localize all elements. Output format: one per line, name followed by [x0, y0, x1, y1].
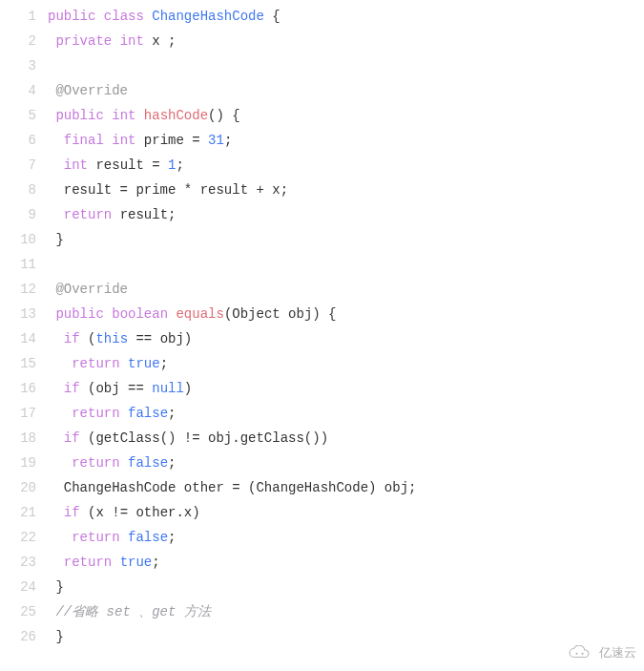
code-line: 12 @Override: [0, 277, 644, 302]
watermark-text: 亿速云: [599, 640, 636, 653]
code-content: public boolean equals(Object obj) {: [48, 302, 337, 326]
code-content: return false;: [48, 525, 176, 550]
code-line: 25 //省略 set 、get 方法: [0, 599, 644, 624]
code-line: 1public class ChangeHashCode {: [0, 4, 644, 29]
line-number: 22: [0, 525, 48, 550]
code-content: return true;: [48, 351, 168, 376]
line-number: 10: [0, 227, 48, 252]
code-content: public int hashCode() {: [48, 103, 240, 128]
code-content: @Override: [48, 78, 128, 103]
code-content: return false;: [48, 401, 176, 426]
line-number: 11: [0, 252, 48, 277]
line-number: 24: [0, 575, 48, 599]
code-line: 8 result = prime * result + x;: [0, 178, 644, 202]
line-number: 8: [0, 178, 48, 202]
line-number: 18: [0, 426, 48, 451]
code-line: 14 if (this == obj): [0, 326, 644, 351]
code-line: 16 if (obj == null): [0, 376, 644, 401]
code-line: 26 }: [0, 624, 644, 649]
code-content: result = prime * result + x;: [48, 178, 288, 202]
code-content: return false;: [48, 451, 176, 475]
code-line: 6 final int prime = 31;: [0, 128, 644, 153]
code-content: @Override: [48, 277, 128, 302]
code-line: 18 if (getClass() != obj.getClass()): [0, 426, 644, 451]
code-line: 11: [0, 252, 644, 277]
code-content: if (obj == null): [48, 376, 192, 401]
code-content: }: [48, 575, 64, 599]
line-number: 1: [0, 4, 48, 29]
cloud-icon: [567, 645, 595, 653]
code-content: return result;: [48, 202, 176, 227]
line-number: 17: [0, 401, 48, 426]
line-number: 2: [0, 29, 48, 53]
watermark: 亿速云: [567, 640, 636, 653]
code-editor: 1public class ChangeHashCode {2 private …: [0, 0, 644, 653]
line-number: 19: [0, 451, 48, 475]
line-number: 6: [0, 128, 48, 153]
code-line: 15 return true;: [0, 351, 644, 376]
line-number: 9: [0, 202, 48, 227]
code-content: public class ChangeHashCode {: [48, 4, 280, 29]
line-number: 14: [0, 326, 48, 351]
code-line: 20 ChangeHashCode other = (ChangeHashCod…: [0, 475, 644, 500]
code-line: 4 @Override: [0, 78, 644, 103]
line-number: 20: [0, 475, 48, 500]
line-number: 26: [0, 624, 48, 649]
line-number: 13: [0, 302, 48, 326]
code-line: 13 public boolean equals(Object obj) {: [0, 302, 644, 326]
code-line: 2 private int x ;: [0, 29, 644, 53]
line-number: 4: [0, 78, 48, 103]
code-content: if (x != other.x): [48, 500, 200, 525]
line-number: 5: [0, 103, 48, 128]
line-number: 25: [0, 599, 48, 624]
code-content: }: [48, 624, 64, 649]
code-content: }: [48, 227, 64, 252]
line-number: 21: [0, 500, 48, 525]
code-line: 3: [0, 53, 644, 78]
code-content: if (getClass() != obj.getClass()): [48, 426, 328, 451]
code-line: 5 public int hashCode() {: [0, 103, 644, 128]
code-content: ChangeHashCode other = (ChangeHashCode) …: [48, 475, 416, 500]
code-line: 22 return false;: [0, 525, 644, 550]
code-line: 7 int result = 1;: [0, 153, 644, 178]
code-line: 21 if (x != other.x): [0, 500, 644, 525]
code-content: private int x ;: [48, 29, 176, 53]
line-number: 7: [0, 153, 48, 178]
line-number: 3: [0, 53, 48, 78]
code-line: 9 return result;: [0, 202, 644, 227]
code-line: 19 return false;: [0, 451, 644, 475]
code-content: //省略 set 、get 方法: [48, 599, 211, 624]
code-line: 23 return true;: [0, 550, 644, 575]
code-content: final int prime = 31;: [48, 128, 232, 153]
code-content: return true;: [48, 550, 160, 575]
line-number: 12: [0, 277, 48, 302]
line-number: 16: [0, 376, 48, 401]
line-number: 15: [0, 351, 48, 376]
code-content: int result = 1;: [48, 153, 184, 178]
code-line: 10 }: [0, 227, 644, 252]
code-content: if (this == obj): [48, 326, 192, 351]
code-line: 24 }: [0, 575, 644, 599]
code-line: 17 return false;: [0, 401, 644, 426]
line-number: 23: [0, 550, 48, 575]
